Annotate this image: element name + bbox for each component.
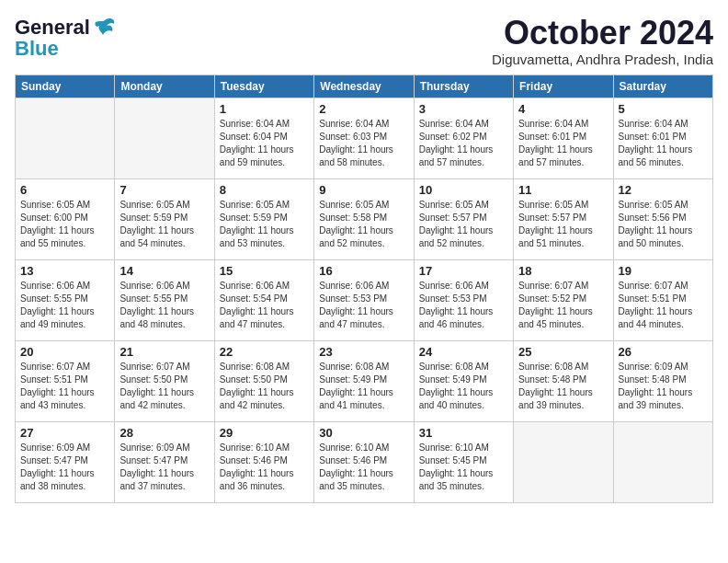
day-number: 4 [518,102,608,116]
header-thursday: Thursday [414,75,513,98]
table-row: 25Sunrise: 6:08 AM Sunset: 5:48 PM Dayli… [514,340,613,421]
header-monday: Monday [115,75,214,98]
day-number: 25 [518,345,608,359]
table-row [514,421,613,502]
day-info: Sunrise: 6:08 AM Sunset: 5:49 PM Dayligh… [419,361,508,412]
day-number: 23 [319,345,408,359]
table-row: 13Sunrise: 6:06 AM Sunset: 5:55 PM Dayli… [16,259,115,340]
day-number: 24 [419,345,508,359]
day-number: 27 [20,426,109,440]
table-row: 6Sunrise: 6:05 AM Sunset: 6:00 PM Daylig… [16,178,115,259]
table-row: 24Sunrise: 6:08 AM Sunset: 5:49 PM Dayli… [414,340,513,421]
day-number: 10 [419,183,508,197]
day-info: Sunrise: 6:04 AM Sunset: 6:02 PM Dayligh… [419,118,508,169]
table-row: 27Sunrise: 6:09 AM Sunset: 5:47 PM Dayli… [16,421,115,502]
day-number: 14 [119,264,209,278]
table-row: 4Sunrise: 6:04 AM Sunset: 6:01 PM Daylig… [514,98,613,178]
table-row: 8Sunrise: 6:05 AM Sunset: 5:59 PM Daylig… [214,178,313,259]
month-title: October 2024 [492,15,713,52]
day-info: Sunrise: 6:06 AM Sunset: 5:53 PM Dayligh… [319,280,408,331]
day-info: Sunrise: 6:08 AM Sunset: 5:48 PM Dayligh… [518,361,608,412]
day-info: Sunrise: 6:05 AM Sunset: 6:00 PM Dayligh… [20,199,109,250]
calendar-week-row: 13Sunrise: 6:06 AM Sunset: 5:55 PM Dayli… [16,259,713,340]
table-row: 10Sunrise: 6:05 AM Sunset: 5:57 PM Dayli… [414,178,513,259]
table-row: 11Sunrise: 6:05 AM Sunset: 5:57 PM Dayli… [514,178,613,259]
day-number: 12 [619,183,708,197]
table-row: 18Sunrise: 6:07 AM Sunset: 5:52 PM Dayli… [514,259,613,340]
day-number: 11 [518,183,608,197]
table-row: 15Sunrise: 6:06 AM Sunset: 5:54 PM Dayli… [214,259,313,340]
day-info: Sunrise: 6:08 AM Sunset: 5:50 PM Dayligh… [220,361,309,412]
day-number: 7 [119,183,209,197]
table-row: 1Sunrise: 6:04 AM Sunset: 6:04 PM Daylig… [214,98,313,178]
day-info: Sunrise: 6:06 AM Sunset: 5:55 PM Dayligh… [20,280,109,331]
logo-blue: Blue [15,37,59,61]
table-row: 28Sunrise: 6:09 AM Sunset: 5:47 PM Dayli… [115,421,214,502]
table-row: 12Sunrise: 6:05 AM Sunset: 5:56 PM Dayli… [613,178,712,259]
table-row: 7Sunrise: 6:05 AM Sunset: 5:59 PM Daylig… [115,178,214,259]
day-number: 9 [319,183,408,197]
table-row: 29Sunrise: 6:10 AM Sunset: 5:46 PM Dayli… [214,421,313,502]
calendar-week-row: 27Sunrise: 6:09 AM Sunset: 5:47 PM Dayli… [16,421,713,502]
day-info: Sunrise: 6:07 AM Sunset: 5:51 PM Dayligh… [619,280,708,331]
header-friday: Friday [514,75,613,98]
day-info: Sunrise: 6:09 AM Sunset: 5:47 PM Dayligh… [20,442,109,493]
day-number: 19 [619,264,708,278]
day-number: 28 [119,426,209,440]
header-wednesday: Wednesday [314,75,414,98]
day-info: Sunrise: 6:04 AM Sunset: 6:03 PM Dayligh… [319,118,408,169]
day-info: Sunrise: 6:09 AM Sunset: 5:47 PM Dayligh… [119,442,209,493]
table-row [115,98,214,178]
calendar-header-row: Sunday Monday Tuesday Wednesday Thursday… [16,75,713,98]
day-number: 30 [319,426,408,440]
day-info: Sunrise: 6:06 AM Sunset: 5:53 PM Dayligh… [419,280,508,331]
table-row: 21Sunrise: 6:07 AM Sunset: 5:50 PM Dayli… [115,340,214,421]
table-row: 22Sunrise: 6:08 AM Sunset: 5:50 PM Dayli… [214,340,313,421]
day-info: Sunrise: 6:04 AM Sunset: 6:01 PM Dayligh… [518,118,608,169]
header-tuesday: Tuesday [214,75,313,98]
day-number: 3 [419,102,508,116]
table-row: 14Sunrise: 6:06 AM Sunset: 5:55 PM Dayli… [115,259,214,340]
day-number: 5 [619,102,708,116]
day-number: 8 [220,183,309,197]
day-info: Sunrise: 6:05 AM Sunset: 5:56 PM Dayligh… [619,199,708,250]
day-info: Sunrise: 6:04 AM Sunset: 6:04 PM Dayligh… [220,118,309,169]
day-info: Sunrise: 6:07 AM Sunset: 5:50 PM Dayligh… [119,361,209,412]
day-number: 2 [319,102,408,116]
day-info: Sunrise: 6:09 AM Sunset: 5:48 PM Dayligh… [619,361,708,412]
day-info: Sunrise: 6:10 AM Sunset: 5:46 PM Dayligh… [220,442,309,493]
day-number: 21 [119,345,209,359]
logo-bird-icon [92,15,118,40]
day-info: Sunrise: 6:07 AM Sunset: 5:51 PM Dayligh… [20,361,109,412]
day-number: 20 [20,345,109,359]
calendar-week-row: 1Sunrise: 6:04 AM Sunset: 6:04 PM Daylig… [16,98,713,178]
table-row: 30Sunrise: 6:10 AM Sunset: 5:46 PM Dayli… [314,421,414,502]
table-row: 26Sunrise: 6:09 AM Sunset: 5:48 PM Dayli… [613,340,712,421]
table-row: 31Sunrise: 6:10 AM Sunset: 5:45 PM Dayli… [414,421,513,502]
day-number: 29 [220,426,309,440]
day-info: Sunrise: 6:07 AM Sunset: 5:52 PM Dayligh… [518,280,608,331]
day-info: Sunrise: 6:10 AM Sunset: 5:46 PM Dayligh… [319,442,408,493]
table-row [16,98,115,178]
day-number: 16 [319,264,408,278]
table-row: 23Sunrise: 6:08 AM Sunset: 5:49 PM Dayli… [314,340,414,421]
day-number: 31 [419,426,508,440]
table-row: 17Sunrise: 6:06 AM Sunset: 5:53 PM Dayli… [414,259,513,340]
day-info: Sunrise: 6:05 AM Sunset: 5:57 PM Dayligh… [419,199,508,250]
day-info: Sunrise: 6:05 AM Sunset: 5:59 PM Dayligh… [220,199,309,250]
day-info: Sunrise: 6:06 AM Sunset: 5:55 PM Dayligh… [119,280,209,331]
calendar-week-row: 6Sunrise: 6:05 AM Sunset: 6:00 PM Daylig… [16,178,713,259]
header-saturday: Saturday [613,75,712,98]
day-number: 22 [220,345,309,359]
day-number: 13 [20,264,109,278]
calendar-week-row: 20Sunrise: 6:07 AM Sunset: 5:51 PM Dayli… [16,340,713,421]
table-row: 9Sunrise: 6:05 AM Sunset: 5:58 PM Daylig… [314,178,414,259]
day-number: 1 [220,102,309,116]
day-number: 26 [619,345,708,359]
header-sunday: Sunday [16,75,115,98]
day-info: Sunrise: 6:05 AM Sunset: 5:58 PM Dayligh… [319,199,408,250]
location-subtitle: Diguvametta, Andhra Pradesh, India [492,52,713,67]
table-row: 5Sunrise: 6:04 AM Sunset: 6:01 PM Daylig… [613,98,712,178]
logo: General Blue [15,15,118,61]
title-block: October 2024 Diguvametta, Andhra Pradesh… [492,15,713,67]
